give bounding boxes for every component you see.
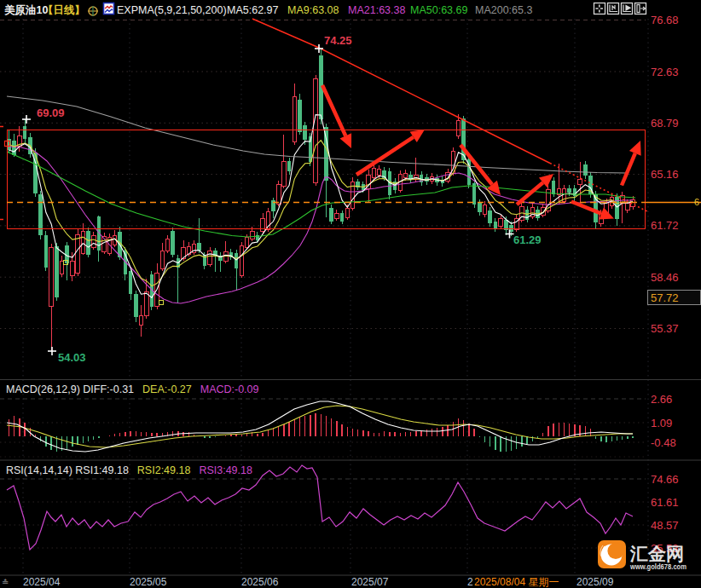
svg-text:74.66: 74.66: [651, 473, 679, 486]
svg-text:65.16: 65.16: [651, 168, 679, 181]
svg-text:EXPMA(5,9,21,50,200): EXPMA(5,9,21,50,200): [117, 4, 227, 16]
svg-text:57.72: 57.72: [651, 291, 679, 304]
svg-text:72.63: 72.63: [651, 66, 679, 78]
svg-text:2025/07: 2025/07: [351, 576, 389, 588]
svg-text:69.09: 69.09: [37, 107, 65, 119]
svg-text:2025/08/04 星期一: 2025/08/04 星期一: [474, 576, 559, 588]
svg-text:61.29: 61.29: [513, 233, 542, 246]
svg-text:74.25: 74.25: [324, 34, 352, 47]
svg-text:-0.48: -0.48: [651, 436, 676, 449]
svg-text:www.gold678.com: www.gold678.com: [629, 562, 687, 571]
svg-text:61.72: 61.72: [651, 219, 679, 232]
svg-text:54.03: 54.03: [58, 351, 86, 364]
svg-text:【日线】: 【日线】: [43, 4, 85, 16]
svg-text:2025/05: 2025/05: [130, 576, 167, 588]
svg-text:2.66: 2.66: [651, 393, 672, 406]
svg-text:1.09: 1.09: [651, 417, 672, 429]
svg-text:2025/09: 2025/09: [576, 576, 614, 588]
svg-text:76.68: 76.68: [651, 14, 679, 26]
svg-text:6: 6: [694, 197, 699, 207]
svg-text:美原油10: 美原油10: [3, 3, 48, 16]
svg-text:2: 2: [467, 576, 473, 588]
svg-text:58.46: 58.46: [651, 271, 679, 284]
svg-text:68.79: 68.79: [651, 117, 679, 130]
svg-text:MA50:63.69: MA50:63.69: [410, 4, 467, 16]
svg-text:48.57: 48.57: [651, 519, 679, 532]
svg-text:汇金网: 汇金网: [629, 544, 684, 563]
svg-text:2025/06: 2025/06: [241, 576, 279, 588]
svg-text:MA5:62.97: MA5:62.97: [227, 4, 279, 16]
svg-text:≛: ≛: [2, 578, 9, 587]
svg-text:61.61: 61.61: [651, 496, 679, 509]
svg-text:MA9:63.08: MA9:63.08: [287, 4, 339, 16]
svg-text:MA21:63.38: MA21:63.38: [348, 4, 405, 16]
svg-text:2025/04: 2025/04: [23, 576, 61, 588]
svg-text:MACD(26,12,9) DIFF:-0.31DEA:-0: MACD(26,12,9) DIFF:-0.31DEA:-0.27MACD:-0…: [6, 383, 259, 395]
svg-text:55.37: 55.37: [651, 322, 679, 335]
svg-text:MA200:65.3: MA200:65.3: [475, 4, 532, 16]
